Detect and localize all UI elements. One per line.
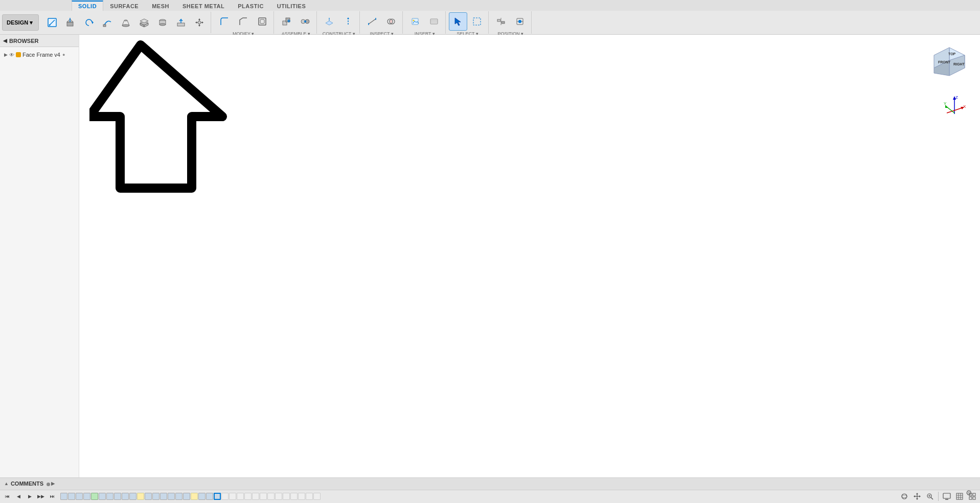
timeline-step[interactable] (76, 493, 83, 500)
timeline-step[interactable] (91, 493, 98, 500)
modify-fillet-btn[interactable] (215, 12, 234, 31)
svg-marker-25 (198, 25, 200, 27)
svg-marker-27 (195, 21, 197, 24)
timeline-step[interactable] (290, 493, 298, 500)
timeline-prev-btn[interactable]: ◀ (13, 491, 24, 501)
sweep-button[interactable] (98, 13, 117, 32)
tree-item-face-frame[interactable]: ▶ 👁 Face Frame v4 ● (2, 49, 77, 60)
svg-marker-84 (916, 498, 918, 500)
construct-plane-btn[interactable] (320, 12, 338, 31)
settings-gear-icon[interactable]: ⚙ (966, 489, 975, 498)
tab-bar: SOLID SURFACE MESH SHEET METAL PLASTIC U… (0, 0, 980, 11)
assemble-joint-btn[interactable] (296, 12, 314, 31)
move-button[interactable] (190, 13, 209, 32)
timeline-step-current[interactable] (214, 493, 221, 500)
cylinder-button[interactable] (153, 13, 172, 32)
view-orbit-btn[interactable] (899, 491, 910, 502)
timeline-step[interactable] (106, 493, 113, 500)
assemble-new-comp-btn[interactable] (277, 12, 295, 31)
timeline-step[interactable] (283, 493, 290, 500)
extrude-button[interactable] (61, 13, 80, 32)
timeline-step[interactable] (83, 493, 90, 500)
svg-rect-31 (260, 19, 264, 24)
tab-sheet-metal[interactable]: SHEET METAL (176, 1, 231, 11)
timeline-step[interactable] (229, 493, 236, 500)
design-dropdown[interactable]: DESIGN ▾ (2, 14, 39, 31)
timeline-step[interactable] (183, 493, 190, 500)
comments-label: COMMENTS (11, 481, 43, 487)
timeline-step[interactable] (114, 493, 121, 500)
svg-point-9 (122, 25, 129, 27)
timeline-step[interactable] (252, 493, 259, 500)
timeline-step[interactable] (191, 493, 198, 500)
modify-chamfer-btn[interactable] (234, 12, 253, 31)
timeline-step[interactable] (137, 493, 144, 500)
axis-indicator: Z X Y (942, 94, 967, 119)
inspect-interference-btn[interactable] (382, 12, 400, 31)
timeline-step[interactable] (152, 493, 159, 500)
insert-canvas-btn[interactable] (425, 12, 443, 31)
timeline-step[interactable] (221, 493, 229, 500)
svg-rect-91 (943, 493, 950, 498)
svg-line-43 (369, 19, 376, 24)
inspect-measure-btn[interactable] (363, 12, 381, 31)
position-capture-btn[interactable] (511, 12, 529, 31)
timeline-step[interactable] (60, 493, 67, 500)
timeline-step[interactable] (198, 493, 206, 500)
timeline-step[interactable] (145, 493, 152, 500)
loft-button[interactable] (117, 13, 135, 32)
tree-item-label: Face Frame v4 (22, 52, 60, 58)
comments-close[interactable]: ▶ (51, 481, 55, 486)
timeline-last-btn[interactable]: ⏭ (47, 491, 57, 501)
revolve-button[interactable] (80, 13, 98, 32)
modify-shell-btn[interactable] (253, 12, 271, 31)
timeline-step[interactable] (313, 493, 321, 500)
timeline-step[interactable] (298, 493, 305, 500)
timeline-step[interactable] (175, 493, 183, 500)
timeline-step[interactable] (129, 493, 136, 500)
timeline-step[interactable] (306, 493, 313, 500)
svg-rect-93 (956, 493, 963, 499)
svg-marker-62 (89, 45, 222, 188)
timeline-step[interactable] (122, 493, 129, 500)
svg-rect-30 (259, 18, 266, 25)
svg-rect-54 (473, 18, 481, 25)
browser-collapse-icon[interactable]: ◀ (3, 38, 7, 43)
inspect-group: INSPECT ▾ (361, 11, 403, 34)
tab-mesh[interactable]: MESH (145, 1, 176, 11)
timeline-first-btn[interactable]: ⏮ (2, 491, 12, 501)
timeline-play-btn[interactable]: ▶ (25, 491, 35, 501)
viewcube[interactable]: FRONT RIGHT TOP (929, 45, 970, 86)
position-align-btn[interactable] (492, 12, 510, 31)
comments-expand-icon[interactable]: ▲ (4, 481, 9, 486)
svg-rect-20 (177, 23, 185, 26)
timeline-step[interactable] (267, 493, 275, 500)
insert-decal-btn[interactable] (406, 12, 424, 31)
select-cursor-btn[interactable] (449, 12, 467, 31)
timeline-step[interactable] (99, 493, 106, 500)
box-button[interactable] (135, 13, 153, 32)
svg-text:Z: Z (955, 95, 958, 100)
sketch-button[interactable] (43, 13, 61, 32)
tab-plastic[interactable]: PLASTIC (231, 1, 270, 11)
select-window-btn[interactable] (468, 12, 486, 31)
timeline-step[interactable] (244, 493, 252, 500)
tab-surface[interactable]: SURFACE (103, 1, 145, 11)
view-pan-btn[interactable] (911, 491, 923, 502)
timeline-step[interactable] (237, 493, 244, 500)
construct-axis-btn[interactable] (339, 12, 357, 31)
timeline-step[interactable] (68, 493, 75, 500)
pull-button[interactable] (172, 13, 190, 32)
canvas-area[interactable]: FRONT RIGHT TOP Z X Y (79, 35, 980, 477)
view-zoom-btn[interactable] (924, 491, 936, 502)
timeline-step[interactable] (275, 493, 282, 500)
tab-solid[interactable]: SOLID (72, 1, 103, 11)
view-display-btn[interactable] (941, 491, 952, 502)
timeline-next-btn[interactable]: ▶▶ (36, 491, 46, 501)
timeline-step[interactable] (168, 493, 175, 500)
timeline-step[interactable] (160, 493, 167, 500)
view-grid-btn[interactable] (954, 491, 965, 502)
tab-utilities[interactable]: UTILITIES (270, 1, 312, 11)
timeline-step[interactable] (260, 493, 267, 500)
timeline-step[interactable] (206, 493, 213, 500)
